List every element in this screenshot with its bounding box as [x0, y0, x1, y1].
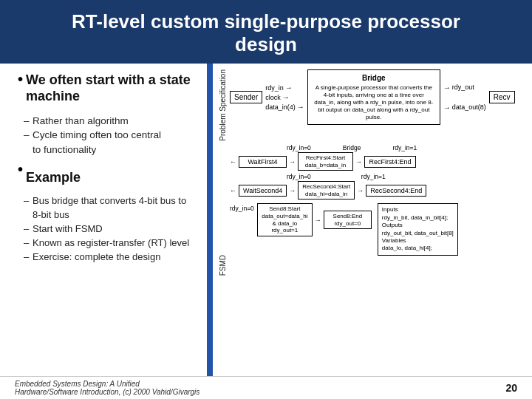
data-in-row: data_in(4) →	[265, 103, 304, 111]
bridge-box: Bridge A single-purpose processor that c…	[307, 69, 440, 125]
arrow-right5: →	[315, 216, 321, 224]
bridge-desc: A single-purpose processor that converts…	[313, 84, 435, 121]
outputs-line1: Outputs	[382, 222, 454, 229]
bridge-top-label: Bridge	[343, 144, 361, 151]
bullet-2-item-3: Known as register-transfer (RT) level	[24, 236, 195, 250]
bullet-2: • Example Bus bridge that converts 4-bit…	[18, 163, 195, 264]
arrow-right1: →	[289, 158, 296, 166]
rec-second-start-state: RecSecond4:Startdata_hi=data_in	[298, 181, 355, 200]
rdy-out-label: rdy_out	[452, 83, 474, 91]
send-states-col: Send8:Startdata_out=data_hi& data_lordy_…	[257, 203, 372, 236]
header: RT-level custom single-purpose processor…	[0, 0, 532, 64]
rdy-in-1-label1: rdy_in=1	[392, 144, 417, 151]
vars-line1: Variables	[382, 237, 454, 245]
bullet-2-heading: Example	[26, 170, 81, 185]
bullet-2-list: Bus bridge that converts 4-bit bus to 8-…	[18, 194, 195, 264]
arrow-5: →	[443, 103, 451, 112]
rdy-in-row: rdy_in →	[265, 83, 304, 92]
main-content: • We often start with a state machine Ra…	[0, 64, 532, 389]
arrow-right4: →	[357, 187, 364, 194]
data-in-label: data_in(4)	[265, 103, 296, 111]
bullet-2-item-1: Bus bridge that converts 4-bit bus to 8-…	[24, 194, 195, 222]
data-out-row: → data_out(8)	[443, 103, 486, 112]
send8-row: Send8:Startdata_out=data_hi& data_lordy_…	[257, 203, 372, 236]
bridge-title: Bridge	[313, 73, 435, 83]
fsmd-row2-group: rdy_in=0 rdy_in=1 ← WaitSecond4 → RecSec…	[230, 173, 526, 200]
arrow-right2: →	[355, 158, 362, 166]
wait-second-state: WaitSecond4	[239, 185, 287, 197]
arrow-4: →	[443, 83, 451, 92]
spacer	[443, 93, 486, 102]
arrow-left2: ←	[230, 187, 236, 194]
fsmd-row1: ← WaitFirst4 → RecFirst4:Startdata_b=dat…	[230, 152, 526, 171]
output-signals: → rdy_out → data_out(8)	[443, 83, 486, 112]
footer-citation: Embedded Systems Design: A Unified Hardw…	[15, 380, 200, 396]
clock-row: clock →	[265, 93, 304, 101]
bullet-dot-2: •	[18, 162, 23, 177]
rdy-in-0-label2: rdy_in=0	[287, 173, 311, 180]
slide-title: RT-level custom single-purpose processor…	[15, 10, 517, 56]
rec-first-end-state: RecFirst4:End	[364, 156, 416, 168]
bullet-1-heading-wrap: • We often start with a state machine	[18, 72, 195, 109]
problem-spec-diagram: Problem Specification Sender rdy_in → cl…	[219, 69, 526, 141]
fsmd-row2: ← WaitSecond4 → RecSecond4:Startdata_hi=…	[230, 181, 526, 200]
bullet-2-item-4: Exercise: complete the design	[24, 250, 195, 265]
bullet-1-item-1: Rather than algorithm	[24, 114, 195, 129]
footer-line1: Embedded Systems Design: A Unified	[15, 380, 140, 388]
arrow-2: →	[282, 93, 290, 101]
rdy-in-0-label1: rdy_in=0	[287, 144, 311, 151]
rdy-in-1-label2: rdy_in=1	[361, 173, 386, 180]
vars-line2: data_lo, data_hi[4];	[382, 245, 454, 252]
slide: RT-level custom single-purpose processor…	[0, 0, 532, 399]
io-signals: rdy_in → clock → data_in(4) →	[265, 83, 304, 111]
outputs-line2: rdy_out_bit, data_out_bit[8]	[382, 230, 454, 237]
bullet-2-heading-wrap: • Example	[18, 163, 195, 190]
rec-first-start-state: RecFirst4:Startdata_b=data_in	[298, 152, 353, 171]
left-panel: • We often start with a state machine Ra…	[0, 64, 207, 389]
sender-box: Sender	[230, 91, 262, 103]
fsmd-label: FSMD	[219, 255, 227, 276]
fsmd-row3: rdy_in=0 Send8:Startdata_out=data_hi& da…	[230, 203, 526, 255]
clock-label: clock	[265, 94, 281, 101]
bullet-1-item-2: Cycle timing often too centralto functio…	[24, 128, 195, 157]
send8-end-state: Send8:Endrdy_out=0	[324, 211, 372, 229]
fsmd-inner: rdy_in=0 Bridge rdy_in=1 ← WaitFirst4 → …	[230, 144, 526, 256]
footer: Embedded Systems Design: A Unified Hardw…	[0, 376, 532, 399]
data-out-label: data_out(8)	[452, 103, 486, 111]
fsmd-row1-group: rdy_in=0 Bridge rdy_in=1 ← WaitFirst4 → …	[230, 144, 526, 171]
arrow-right3: →	[289, 187, 296, 194]
fsmd-row1-labels: rdy_in=0 Bridge rdy_in=1	[230, 144, 526, 151]
bullet-2-item-2: Start with FSMD	[24, 222, 195, 236]
rec-second-end-state: RecSecond4:End	[366, 185, 426, 197]
wait-first-state: WaitFirst4	[239, 156, 287, 168]
prob-spec-label: Problem Specification	[219, 69, 227, 141]
arrow-1: →	[285, 83, 293, 92]
blue-divider	[207, 64, 213, 389]
rdy-in-0-label3: rdy_in=0	[230, 205, 254, 212]
bullet-1-heading: We often start with a state machine	[26, 72, 195, 104]
inputs-line2: rdy_in_bit, data_in_bit[4];	[382, 214, 454, 222]
inputs-line1: Inputs	[382, 206, 454, 214]
bullet-dot-1: •	[18, 72, 23, 86]
page-number: 20	[505, 382, 517, 394]
arrow-3: →	[297, 103, 304, 111]
rdy-out-row: → rdy_out	[443, 83, 486, 92]
arrow-left1: ←	[230, 158, 236, 166]
footer-line2: Hardware/Software Introduction, (c) 2000…	[15, 388, 200, 396]
top-diagram-inner: Sender rdy_in → clock → data_in(4)	[230, 69, 526, 125]
recv-box: Recv	[489, 91, 515, 103]
inputs-info-box: Inputs rdy_in_bit, data_in_bit[4]; Outpu…	[378, 203, 458, 255]
rdy-in-label: rdy_in	[265, 84, 284, 92]
bullet-1-list: Rather than algorithm Cycle timing often…	[18, 114, 195, 157]
fsmd-row2-labels: rdy_in=0 rdy_in=1	[230, 173, 526, 180]
send8-start-state: Send8:Startdata_out=data_hi& data_lordy_…	[257, 203, 313, 236]
bullet-1: • We often start with a state machine Ra…	[18, 72, 195, 163]
fsmd-diagram: FSMD rdy_in=0 Bridge rdy_in=1 ← WaitFirs…	[219, 144, 526, 386]
right-panel: Problem Specification Sender rdy_in → cl…	[213, 64, 532, 389]
